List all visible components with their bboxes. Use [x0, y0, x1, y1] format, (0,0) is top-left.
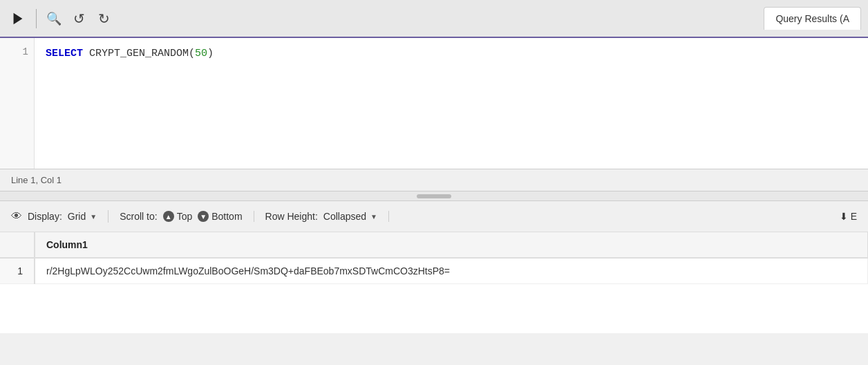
table-header-row: Column1	[0, 232, 868, 258]
line-numbers: 1	[0, 38, 35, 169]
function-name: CRYPT_GEN_RANDOM(	[83, 48, 195, 59]
undo-button[interactable]: ↺	[68, 8, 89, 29]
scroll-group: Scroll to: ▲ Top ▼ Bottom	[108, 211, 254, 222]
redo-button[interactable]: ↻	[93, 8, 114, 29]
main-toolbar: 🔍 ↺ ↻ Query Results (A	[0, 0, 868, 38]
row-number-1: 1	[0, 258, 35, 284]
row-height-dropdown-arrow: ▼	[370, 213, 377, 221]
scroll-bottom-icon: ▼	[198, 211, 209, 222]
export-icon: ⬇	[840, 211, 848, 222]
column1-header: Column1	[35, 232, 868, 258]
cursor-position: Line 1, Col 1	[11, 175, 62, 185]
scroll-top-link[interactable]: ▲ Top	[163, 211, 193, 222]
table-row: 1 r/2HgLpWLOy252CcUwm2fmLWgoZulBoOGeH/Sm…	[0, 258, 868, 284]
data-table: Column1 1 r/2HgLpWLOy252CcUwm2fmLWgoZulB…	[0, 232, 868, 284]
display-group: 👁 Display: Grid ▼	[11, 210, 108, 223]
toolbar-left: 🔍 ↺ ↻	[7, 8, 760, 30]
scroll-top-label: Top	[177, 211, 193, 222]
toolbar-divider	[36, 9, 37, 28]
results-grid[interactable]: Column1 1 r/2HgLpWLOy252CcUwm2fmLWgoZulB…	[0, 232, 868, 333]
eye-icon: 👁	[11, 210, 22, 223]
resize-handle[interactable]	[417, 194, 451, 198]
export-label: E	[851, 211, 857, 222]
number-value: 50	[195, 48, 207, 59]
display-label: Display:	[28, 211, 62, 222]
line-number: 1	[6, 46, 28, 57]
row-height-label: Row Height:	[265, 211, 318, 222]
results-section: 👁 Display: Grid ▼ Scroll to: ▲ Top ▼ Bot…	[0, 201, 868, 333]
scroll-bottom-label: Bottom	[211, 211, 242, 222]
code-editor[interactable]: SELECT CRYPT_GEN_RANDOM(50)	[35, 38, 868, 169]
row-height-dropdown[interactable]: Collapsed ▼	[323, 211, 377, 222]
results-toolbar-right: ⬇ E	[840, 211, 857, 222]
scroll-top-icon: ▲	[163, 211, 174, 222]
row-1-col1: r/2HgLpWLOy252CcUwm2fmLWgoZulBoOGeH/Sm3D…	[35, 258, 868, 284]
row-height-group: Row Height: Collapsed ▼	[254, 211, 389, 222]
run-button[interactable]	[7, 8, 29, 30]
export-button[interactable]: ⬇ E	[840, 211, 857, 222]
svg-marker-0	[14, 12, 23, 24]
row-height-value: Collapsed	[323, 211, 366, 222]
row-num-header	[0, 232, 35, 258]
close-paren: )	[207, 48, 214, 59]
results-toolbar: 👁 Display: Grid ▼ Scroll to: ▲ Top ▼ Bot…	[0, 201, 868, 232]
display-dropdown[interactable]: Grid ▼	[68, 211, 97, 222]
display-value: Grid	[68, 211, 86, 222]
search-button[interactable]: 🔍	[44, 8, 64, 29]
scroll-to-label: Scroll to:	[120, 211, 157, 222]
status-bar: Line 1, Col 1	[0, 169, 868, 191]
scroll-bottom-link[interactable]: ▼ Bottom	[198, 211, 242, 222]
resize-handle-area[interactable]	[0, 191, 868, 201]
toolbar-right: Query Results (A	[764, 7, 861, 30]
keyword-select: SELECT	[46, 48, 83, 59]
query-results-tab[interactable]: Query Results (A	[764, 7, 861, 30]
editor-area: 1 SELECT CRYPT_GEN_RANDOM(50)	[0, 38, 868, 169]
display-dropdown-arrow: ▼	[90, 213, 97, 221]
